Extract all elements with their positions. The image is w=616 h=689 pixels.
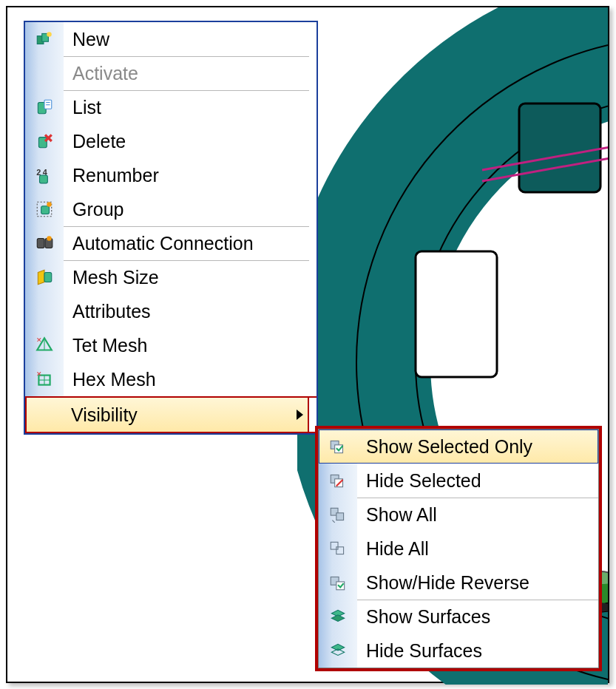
- blank-icon: [25, 56, 64, 90]
- menu-item-visibility[interactable]: Visibility: [25, 396, 317, 433]
- menu-item-group[interactable]: Group: [25, 192, 317, 226]
- show-selected-icon: [319, 430, 357, 464]
- menu-label: Automatic Connection: [72, 233, 254, 254]
- menu-item-attributes[interactable]: Attributes: [25, 294, 317, 328]
- submenu-item-hide-all[interactable]: Hide All: [319, 532, 598, 566]
- menu-label: Group: [72, 199, 123, 220]
- menu-label: Activate: [72, 63, 138, 84]
- show-all-icon: [319, 498, 357, 532]
- submenu-label: Hide Selected: [366, 470, 481, 492]
- submenu-arrow-icon: [297, 410, 303, 420]
- menu-label: Mesh Size: [72, 267, 159, 288]
- renumber-icon: 24: [25, 158, 64, 192]
- svg-rect-19: [40, 175, 48, 183]
- auto-connection-icon: [25, 226, 64, 260]
- submenu-label: Hide All: [366, 538, 429, 560]
- menu-item-renumber[interactable]: 24 Renumber: [25, 158, 317, 192]
- svg-point-22: [47, 202, 52, 207]
- svg-rect-27: [44, 273, 52, 282]
- menu-label: Attributes: [72, 301, 151, 322]
- mesh-size-icon: [25, 260, 64, 294]
- svg-text:✕: ✕: [36, 336, 42, 344]
- context-menu: New Activate List Delete 24 Renumber: [24, 21, 318, 435]
- svg-rect-43: [336, 547, 344, 554]
- show-surfaces-icon: [319, 600, 357, 634]
- new-icon: [25, 22, 64, 56]
- menu-item-delete[interactable]: Delete: [25, 124, 317, 158]
- submenu-item-hide-surfaces[interactable]: Hide Surfaces: [319, 634, 598, 668]
- svg-rect-21: [41, 206, 50, 214]
- svg-rect-1: [416, 251, 497, 377]
- svg-rect-42: [331, 542, 338, 549]
- menu-label: Visibility: [71, 404, 138, 426]
- svg-rect-2: [519, 103, 600, 192]
- menu-item-auto-connection[interactable]: Automatic Connection: [25, 226, 317, 260]
- menu-item-mesh-size[interactable]: Mesh Size: [25, 260, 317, 294]
- menu-label: List: [72, 97, 101, 118]
- delete-icon: [25, 124, 64, 158]
- svg-point-25: [47, 236, 52, 241]
- menu-item-tet-mesh[interactable]: ✕ Tet Mesh: [25, 328, 317, 362]
- svg-rect-23: [37, 239, 44, 248]
- submenu-label: Show/Hide Reverse: [366, 572, 529, 594]
- svg-point-9: [47, 32, 52, 37]
- tet-mesh-icon: ✕: [25, 328, 64, 362]
- submenu-label: Hide Surfaces: [366, 640, 482, 662]
- submenu-label: Show Surfaces: [366, 606, 490, 628]
- svg-marker-26: [38, 270, 44, 285]
- submenu-item-hide-selected[interactable]: Hide Selected: [319, 464, 598, 498]
- app-frame: New Activate List Delete 24 Renumber: [6, 6, 609, 683]
- menu-item-new[interactable]: New: [25, 22, 317, 56]
- group-icon: [25, 192, 64, 226]
- submenu-label: Show All: [366, 504, 437, 526]
- menu-label: Hex Mesh: [72, 369, 156, 390]
- hex-mesh-icon: ✕: [25, 362, 64, 396]
- hide-all-icon: [319, 532, 357, 566]
- svg-text:✕: ✕: [36, 370, 42, 378]
- hide-selected-icon: [319, 464, 357, 498]
- visibility-submenu: Show Selected Only Hide Selected Show Al…: [315, 426, 602, 671]
- menu-item-activate: Activate: [25, 56, 317, 90]
- submenu-item-show-selected-only[interactable]: Show Selected Only: [319, 430, 598, 464]
- submenu-item-show-surfaces[interactable]: Show Surfaces: [319, 600, 598, 634]
- submenu-item-reverse[interactable]: Show/Hide Reverse: [319, 566, 598, 600]
- submenu-item-show-all[interactable]: Show All: [319, 498, 598, 532]
- svg-rect-45: [336, 582, 345, 590]
- reverse-icon: [319, 566, 357, 600]
- menu-label: Renumber: [72, 165, 159, 186]
- hide-surfaces-icon: [319, 634, 357, 668]
- menu-label: Tet Mesh: [72, 335, 147, 356]
- menu-label: Delete: [72, 131, 126, 152]
- list-icon: [25, 90, 64, 124]
- svg-rect-41: [336, 513, 344, 520]
- svg-rect-14: [38, 138, 47, 148]
- submenu-label: Show Selected Only: [366, 436, 532, 458]
- blank-icon: [25, 294, 64, 328]
- blank-icon: [25, 398, 62, 432]
- menu-label: New: [72, 29, 109, 50]
- menu-item-hex-mesh[interactable]: ✕ Hex Mesh: [25, 362, 317, 396]
- menu-item-list[interactable]: List: [25, 90, 317, 124]
